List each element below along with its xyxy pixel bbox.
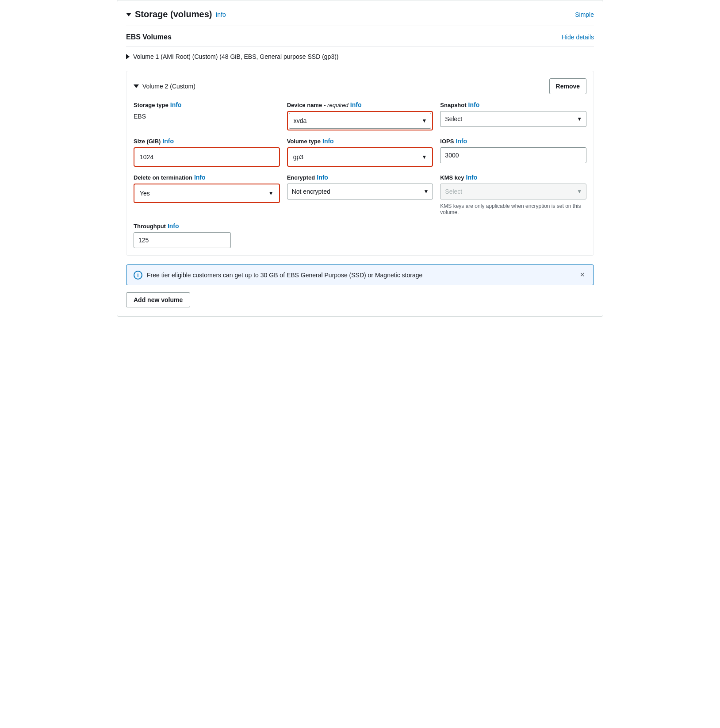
ebs-volumes-title: EBS Volumes [126,33,172,41]
snapshot-select-wrapper: Select ▼ [440,111,586,127]
size-red-border [134,147,280,167]
volume2-title: Volume 2 (Custom) [142,83,195,90]
device-name-group: Device name - required Info xvda /dev/sd… [287,101,433,130]
device-name-label-row: Device name - required Info [287,101,433,108]
iops-label: IOPS [440,138,454,145]
snapshot-label: Snapshot [440,102,466,108]
encrypted-label: Encrypted [287,174,315,181]
iops-group: IOPS Info [440,138,586,163]
kms-key-info-link[interactable]: Info [466,174,478,181]
ebs-volumes-header: EBS Volumes Hide details [126,33,594,41]
throughput-label-row: Throughput Info [134,222,586,230]
volume2-title-left: Volume 2 (Custom) [134,83,195,90]
remove-button[interactable]: Remove [549,78,586,94]
snapshot-group: Snapshot Info Select ▼ [440,101,586,127]
throughput-info-link[interactable]: Info [168,222,179,230]
info-circle-icon: i [134,271,142,280]
kms-key-label-row: KMS key Info [440,174,586,181]
kms-key-label: KMS key [440,174,464,181]
iops-info-link[interactable]: Info [456,138,467,145]
volume1-section: Volume 1 (AMI Root) (Custom) (48 GiB, EB… [126,46,594,60]
delete-on-termination-group: Delete on termination Info Yes No ▼ [134,174,280,203]
volume-type-red-border: gp3 gp2 io1 io2 ▼ [287,147,433,167]
volume-type-group: Volume type Info gp3 gp2 io1 io2 ▼ [287,138,433,167]
throughput-section: Throughput Info [134,222,586,248]
volume1-expand-icon[interactable] [126,54,130,59]
section-info-link[interactable]: Info [215,11,226,18]
encrypted-select-wrapper: Not encrypted Encrypted ▼ [287,184,433,199]
volume2-collapse-icon[interactable] [134,84,139,88]
iops-label-row: IOPS Info [440,138,586,145]
volume-type-label-row: Volume type Info [287,138,433,145]
size-label: Size (GiB) [134,138,161,145]
kms-key-select[interactable]: Select [440,184,586,199]
snapshot-label-row: Snapshot Info [440,101,586,108]
delete-on-termination-select[interactable]: Yes No [135,185,278,201]
volume1-title: Volume 1 (AMI Root) (Custom) (48 GiB, EB… [133,53,339,60]
volume2-header: Volume 2 (Custom) Remove [134,78,586,94]
storage-type-value: EBS [134,111,280,122]
device-name-select[interactable]: xvda /dev/sda1 /dev/sdb [289,113,432,129]
snapshot-info-link[interactable]: Info [468,101,480,108]
throughput-input[interactable] [134,232,231,248]
delete-on-termination-info-link[interactable]: Info [194,174,206,181]
section-header-left: Storage (volumes) Info [126,9,226,19]
encrypted-info-link[interactable]: Info [317,174,328,181]
size-input[interactable] [135,149,278,165]
storage-type-label-row: Storage type Info [134,101,280,108]
size-info-link[interactable]: Info [162,138,174,145]
throughput-group: Throughput Info [134,222,586,248]
size-label-row: Size (GiB) Info [134,138,280,145]
storage-type-group: Storage type Info EBS [134,101,280,122]
delete-on-termination-label-row: Delete on termination Info [134,174,280,181]
volume-type-info-link[interactable]: Info [322,138,334,145]
device-name-select-wrapper: xvda /dev/sda1 /dev/sdb ▼ [289,113,432,129]
volume-type-select[interactable]: gp3 gp2 io1 io2 [289,149,432,165]
encrypted-group: Encrypted Info Not encrypted Encrypted ▼ [287,174,433,199]
kms-key-select-wrapper: Select ▼ [440,184,586,199]
fields-row-3: Delete on termination Info Yes No ▼ [134,174,586,215]
delete-on-termination-select-wrapper: Yes No ▼ [135,185,278,201]
info-banner: i Free tier eligible customers can get u… [126,264,594,285]
storage-type-label: Storage type [134,102,169,108]
snapshot-select[interactable]: Select [440,111,586,127]
delete-on-termination-label: Delete on termination [134,174,192,181]
hide-details-link[interactable]: Hide details [562,34,594,41]
size-group: Size (GiB) Info [134,138,280,167]
device-name-label: Device name [287,102,322,108]
kms-key-note: KMS keys are only applicable when encryp… [440,203,586,215]
device-name-red-border: xvda /dev/sda1 /dev/sdb ▼ [287,111,433,130]
delete-on-termination-red-border: Yes No ▼ [134,184,280,203]
device-name-required: - required [324,102,349,108]
volume-type-select-wrapper: gp3 gp2 io1 io2 ▼ [289,149,432,165]
encrypted-label-row: Encrypted Info [287,174,433,181]
encrypted-select[interactable]: Not encrypted Encrypted [287,184,433,199]
kms-key-group: KMS key Info Select ▼ KMS keys are only … [440,174,586,215]
banner-text: Free tier eligible customers can get up … [147,272,422,279]
volume2-section: Volume 2 (Custom) Remove Storage type In… [126,71,594,256]
volume1-header-row: Volume 1 (AMI Root) (Custom) (48 GiB, EB… [126,53,594,60]
collapse-icon[interactable] [126,13,131,16]
volume-type-label: Volume type [287,138,321,145]
info-banner-left: i Free tier eligible customers can get u… [134,271,422,280]
device-name-info-link[interactable]: Info [350,101,362,108]
storage-type-info-link[interactable]: Info [170,101,182,108]
simple-link[interactable]: Simple [575,11,594,18]
throughput-label: Throughput [134,223,166,230]
add-new-volume-button[interactable]: Add new volume [126,292,190,307]
storage-volumes-panel: Storage (volumes) Info Simple EBS Volume… [117,0,603,317]
section-title: Storage (volumes) [135,9,212,19]
banner-close-button[interactable]: × [578,270,586,280]
iops-input[interactable] [440,147,586,163]
fields-row-2: Size (GiB) Info Volume type Info gp3 [134,138,586,167]
fields-row-1: Storage type Info EBS Device name - requ… [134,101,586,130]
section-header: Storage (volumes) Info Simple [126,9,594,26]
